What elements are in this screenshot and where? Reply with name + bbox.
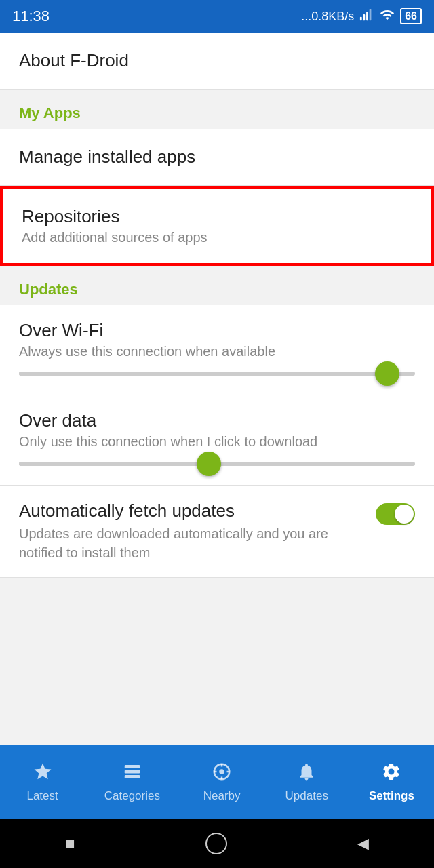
status-bar: 11:38 ...0.8KB/s 66 [0,0,434,33]
over-wifi-item: Over Wi-Fi Always use this connection wh… [0,305,434,395]
categories-label: Categories [104,789,160,803]
categories-icon [122,762,142,785]
nav-updates[interactable]: Updates [273,756,340,808]
back-button[interactable]: ◀ [357,835,369,852]
manage-label: Manage installed apps [19,146,415,167]
status-time: 11:38 [12,7,50,25]
svg-rect-2 [366,12,368,20]
over-data-subtitle: Only use this connection when I click to… [19,434,415,450]
over-data-title: Over data [19,410,415,431]
square-button[interactable]: ■ [65,834,75,853]
over-wifi-slider[interactable] [19,372,415,376]
auto-fetch-item: Automatically fetch updates Updates are … [0,486,434,578]
battery-icon: 66 [400,8,422,24]
over-data-item: Over data Only use this connection when … [0,395,434,486]
svg-rect-4 [125,765,140,768]
svg-rect-3 [370,9,372,20]
nearby-label: Nearby [203,789,241,803]
repositories-item[interactable]: Repositories Add additional sources of a… [0,186,434,266]
updates-section: Updates [0,266,434,305]
settings-icon [381,762,401,785]
latest-icon [33,762,53,785]
about-item[interactable]: About F-Droid [0,33,434,90]
svg-rect-0 [360,16,362,20]
settings-content: About F-Droid My Apps Manage installed a… [0,33,434,745]
updates-section-label: Updates [19,281,78,298]
repositories-subtitle: Add additional sources of apps [22,230,412,245]
toggle-knob [395,505,414,524]
my-apps-section: My Apps [0,90,434,129]
signal-icon [359,7,374,26]
nearby-icon [212,762,232,785]
over-wifi-subtitle: Always use this connection when availabl… [19,344,415,359]
auto-fetch-text: Automatically fetch updates Updates are … [19,500,365,562]
my-apps-label: My Apps [19,104,81,121]
nav-nearby[interactable]: Nearby [188,756,256,808]
svg-rect-1 [363,14,366,20]
updates-label: Updates [285,789,328,803]
over-wifi-title: Over Wi-Fi [19,320,415,341]
latest-label: Latest [26,789,58,803]
nav-settings[interactable]: Settings [357,756,425,808]
svg-rect-6 [125,775,140,778]
status-icons: ...0.8KB/s 66 [301,7,422,26]
auto-fetch-title: Automatically fetch updates [19,500,365,521]
circle-button[interactable] [205,833,227,854]
over-data-slider[interactable] [19,462,415,466]
over-data-thumb[interactable] [197,452,221,476]
auto-fetch-toggle[interactable] [376,503,415,525]
bottom-navigation: Latest Categories Nearby Updates [0,745,434,819]
repositories-title: Repositories [22,206,412,227]
wifi-icon [380,7,395,26]
about-label: About F-Droid [19,50,415,71]
system-nav: ■ ◀ [0,819,434,868]
updates-icon [296,762,317,785]
auto-fetch-subtitle: Updates are downloaded automatically and… [19,524,365,562]
manage-item[interactable]: Manage installed apps [0,129,434,186]
network-speed: ...0.8KB/s [301,9,354,24]
svg-point-8 [219,769,224,774]
nav-latest[interactable]: Latest [9,756,77,808]
over-wifi-thumb[interactable] [375,361,399,386]
settings-label: Settings [369,789,414,803]
nav-categories[interactable]: Categories [94,756,171,808]
svg-rect-5 [125,770,140,773]
